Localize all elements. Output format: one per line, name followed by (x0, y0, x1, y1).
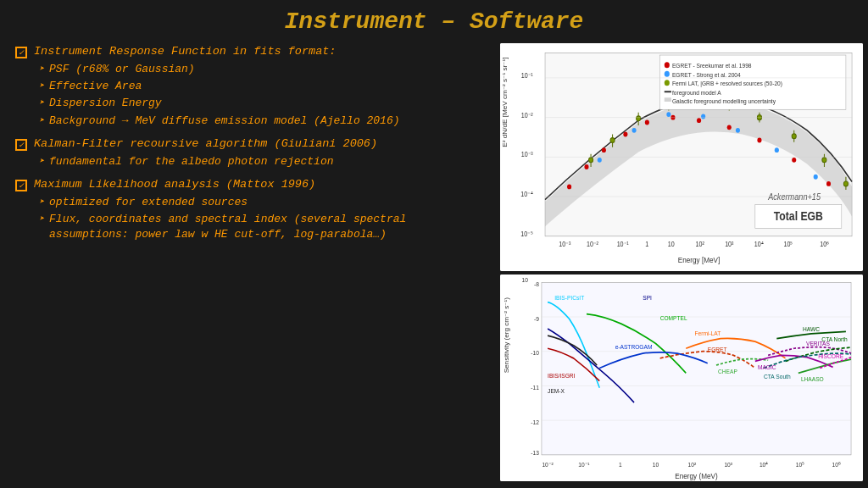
svg-point-5 (623, 132, 627, 137)
checkbox-mle (15, 180, 27, 191)
svg-text:Ackermann+15: Ackermann+15 (767, 191, 821, 202)
svg-text:-8: -8 (534, 280, 539, 288)
list-item: optimized for extended sources (39, 195, 487, 210)
bullet-list-kalman: fundamental for the albedo photon reject… (15, 154, 487, 169)
chart-sensitivity: IBIS-PICsIT SPI COMPTEL EGRET e-ASTROGAM… (500, 274, 863, 481)
list-item: Effective Area (39, 79, 487, 94)
bullet-list-mle: optimized for extended sources Flux, coo… (15, 195, 487, 243)
svg-text:10⁶: 10⁶ (820, 240, 829, 248)
svg-point-23 (610, 138, 615, 143)
svg-point-4 (601, 147, 605, 152)
svg-point-63 (664, 71, 669, 77)
svg-text:HiSCORE: HiSCORE (818, 352, 843, 360)
section-kalman-title: Kalman-Filter recoursive algorithm (Giul… (34, 137, 377, 150)
right-charts: 10⁻³ 10⁻² 10⁻¹ 1 10 10² 10³ 10⁴ 10⁵ 10⁶ … (495, 42, 868, 483)
svg-rect-69 (664, 97, 670, 102)
svg-text:10: 10 (653, 461, 659, 469)
svg-text:10⁵: 10⁵ (795, 461, 804, 469)
svg-text:10⁻³: 10⁻³ (559, 240, 570, 248)
svg-text:10⁻¹: 10⁻¹ (520, 71, 532, 80)
svg-text:Energy (MeV): Energy (MeV) (675, 471, 717, 480)
svg-text:10⁻⁴: 10⁻⁴ (520, 191, 532, 199)
svg-text:IBIS/ISGRI: IBIS/ISGRI (548, 372, 575, 380)
svg-point-8 (697, 118, 701, 123)
svg-text:-12: -12 (531, 419, 539, 426)
svg-text:Fermi LAT, |GRB + resolved sou: Fermi LAT, |GRB + resolved sources (50-2… (672, 80, 782, 88)
svg-text:CTA South: CTA South (764, 374, 791, 381)
section-irf: Instrument Response Function in fits for… (15, 45, 487, 129)
svg-point-18 (774, 147, 778, 152)
svg-point-10 (757, 138, 761, 143)
section-mle-title: Maximum Likelihood analysis (Mattox 1996… (34, 178, 315, 191)
svg-text:10⁻¹: 10⁻¹ (578, 461, 590, 469)
svg-point-3 (584, 164, 588, 169)
svg-text:-9: -9 (534, 315, 539, 323)
svg-point-16 (701, 114, 705, 119)
svg-text:-10: -10 (531, 350, 539, 358)
checkbox-kalman (15, 139, 27, 151)
page-title: Instrument – Software (0, 0, 868, 42)
svg-text:10⁴: 10⁴ (760, 461, 768, 469)
svg-point-21 (588, 158, 593, 163)
svg-text:EGRET: EGRET (707, 346, 726, 353)
list-item: Flux, coordinates and spectral index (se… (39, 212, 487, 242)
svg-point-65 (664, 80, 669, 86)
svg-point-39 (843, 181, 848, 186)
svg-text:e-ASTROGAM: e-ASTROGAM (615, 344, 652, 352)
svg-text:10²: 10² (687, 461, 696, 469)
svg-text:Sensitivity (erg cm⁻² s⁻¹): Sensitivity (erg cm⁻² s⁻¹) (503, 297, 509, 373)
svg-text:10⁵: 10⁵ (783, 240, 793, 248)
svg-point-11 (792, 158, 796, 163)
list-item: Background → MeV diffuse emission model … (39, 114, 487, 129)
svg-text:MAGIC: MAGIC (758, 363, 776, 371)
svg-text:CTA North: CTA North (821, 336, 847, 343)
svg-point-15 (666, 112, 670, 117)
chart-egb: 10⁻³ 10⁻² 10⁻¹ 1 10 10² 10³ 10⁴ 10⁵ 10⁶ … (500, 43, 863, 271)
svg-point-25 (636, 116, 640, 121)
svg-point-12 (826, 181, 831, 186)
checkbox-irf (15, 47, 27, 58)
svg-text:LHAASO: LHAASO (801, 375, 824, 383)
svg-text:1: 1 (645, 240, 648, 248)
svg-text:EGRET - Strong et al. 2004: EGRET - Strong et al. 2004 (672, 71, 741, 79)
svg-text:COMPTEL: COMPTEL (659, 314, 687, 322)
svg-text:EGRET - Sreekumar et al. 1998: EGRET - Sreekumar et al. 1998 (672, 63, 752, 70)
svg-point-2 (567, 184, 571, 189)
svg-point-13 (597, 158, 601, 163)
section-mle: Maximum Likelihood analysis (Mattox 1996… (15, 178, 487, 243)
svg-text:10³: 10³ (724, 461, 732, 469)
svg-text:CHEAP: CHEAP (718, 369, 737, 376)
svg-text:10⁴: 10⁴ (754, 240, 763, 248)
svg-text:10⁻²: 10⁻² (587, 240, 598, 248)
svg-text:foreground model A: foreground model A (672, 89, 721, 97)
svg-rect-76 (542, 282, 851, 455)
svg-point-6 (644, 120, 648, 125)
svg-text:10⁻²: 10⁻² (542, 461, 554, 469)
svg-text:-11: -11 (531, 384, 539, 391)
list-item: Dispersion Energy (39, 96, 487, 111)
svg-text:Galactic foreground modelling : Galactic foreground modelling uncertaint… (672, 98, 776, 106)
left-content: Instrument Response Function in fits for… (0, 42, 495, 483)
section-kalman: Kalman-Filter recoursive algorithm (Giul… (15, 137, 487, 169)
svg-text:10⁶: 10⁶ (832, 461, 840, 469)
svg-text:10³: 10³ (725, 240, 734, 248)
svg-point-19 (813, 175, 817, 180)
list-item: fundamental for the albedo photon reject… (39, 154, 487, 169)
bullet-list-irf: PSF (r68% or Gaussian) Effective Area Di… (15, 62, 487, 129)
svg-text:10²: 10² (695, 240, 704, 248)
svg-text:10: 10 (521, 277, 527, 285)
svg-text:10⁻³: 10⁻³ (520, 151, 532, 159)
svg-text:10⁻¹: 10⁻¹ (616, 240, 628, 248)
svg-text:10: 10 (668, 240, 675, 248)
svg-point-9 (726, 125, 731, 130)
svg-point-37 (822, 158, 826, 163)
svg-text:HAWC: HAWC (803, 326, 820, 334)
svg-text:1: 1 (619, 461, 622, 469)
svg-text:JEM-X: JEM-X (548, 387, 565, 395)
svg-text:Fermi-LAT: Fermi-LAT (694, 330, 721, 337)
section-irf-title: Instrument Response Function in fits for… (34, 45, 336, 58)
svg-text:10⁻⁵: 10⁻⁵ (520, 230, 532, 238)
svg-point-35 (792, 134, 796, 139)
svg-text:E² dN/dE [MeV cm⁻² s⁻¹ sr⁻¹]: E² dN/dE [MeV cm⁻² s⁻¹ sr⁻¹] (501, 58, 508, 147)
svg-text:Total EGB: Total EGB (773, 209, 822, 223)
